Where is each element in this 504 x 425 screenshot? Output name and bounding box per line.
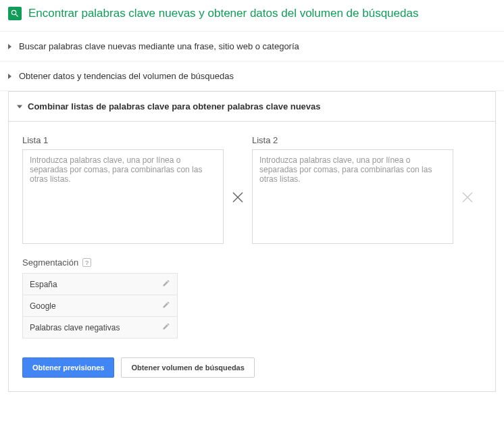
help-icon[interactable]: ? <box>82 258 91 267</box>
page-title: Encontrar palabras clave nuevas y obtene… <box>28 7 418 20</box>
list-1-label: Lista 1 <box>22 135 224 145</box>
accordion-item-3: Combinar listas de palabras clave para o… <box>0 91 504 392</box>
list-1-column: Lista 1 <box>22 135 224 244</box>
list-2-label: Lista 2 <box>252 135 453 145</box>
pencil-icon <box>162 322 170 332</box>
pencil-icon <box>162 301 170 311</box>
segmentation-list: España Google Palabras clave negativas <box>22 273 178 339</box>
segmentation-row-negative[interactable]: Palabras clave negativas <box>23 317 177 338</box>
accordion-label: Buscar palabras clave nuevas mediante un… <box>19 41 299 51</box>
keyword-lists-row: Lista 1 Lista 2 <box>22 135 482 244</box>
list-2-column: Lista 2 <box>252 135 453 244</box>
chevron-right-icon <box>8 74 11 79</box>
segmentation-section: Segmentación ? España Google Palabras cl… <box>22 257 482 339</box>
segmentation-row-label: España <box>30 280 57 289</box>
multiply-icon <box>224 150 252 244</box>
segmentation-row-network[interactable]: Google <box>23 295 177 317</box>
accordion-item-1: Buscar palabras clave nuevas mediante un… <box>0 31 504 61</box>
multiply-icon-add[interactable] <box>453 150 482 244</box>
segmentation-row-label: Google <box>30 301 56 311</box>
list-2-textarea[interactable] <box>252 149 453 244</box>
get-forecasts-button[interactable]: Obtener previsiones <box>22 357 114 378</box>
accordion-header-phrase[interactable]: Buscar palabras clave nuevas mediante un… <box>0 32 504 61</box>
accordion-header-volume[interactable]: Obtener datos y tendencias del volumen d… <box>0 61 504 91</box>
accordion-item-2: Obtener datos y tendencias del volumen d… <box>0 61 504 91</box>
accordion-header-combine[interactable]: Combinar listas de palabras clave para o… <box>8 91 496 121</box>
accordion-label: Obtener datos y tendencias del volumen d… <box>19 71 234 81</box>
chevron-right-icon <box>8 44 11 49</box>
segmentation-title: Segmentación <box>22 257 78 268</box>
button-row: Obtener previsiones Obtener volumen de b… <box>22 357 482 378</box>
list-1-textarea[interactable] <box>22 149 224 244</box>
get-search-volume-button[interactable]: Obtener volumen de búsquedas <box>121 357 254 378</box>
segmentation-title-row: Segmentación ? <box>22 257 482 268</box>
search-icon <box>8 7 22 20</box>
accordion-content-combine: Lista 1 Lista 2 Segmentación ? España <box>8 121 496 392</box>
segmentation-row-label: Palabras clave negativas <box>30 323 120 332</box>
accordion-label: Combinar listas de palabras clave para o… <box>28 101 321 111</box>
pencil-icon <box>162 279 170 289</box>
segmentation-row-location[interactable]: España <box>23 274 177 295</box>
page-header: Encontrar palabras clave nuevas y obtene… <box>0 0 504 31</box>
chevron-down-icon <box>17 105 22 108</box>
